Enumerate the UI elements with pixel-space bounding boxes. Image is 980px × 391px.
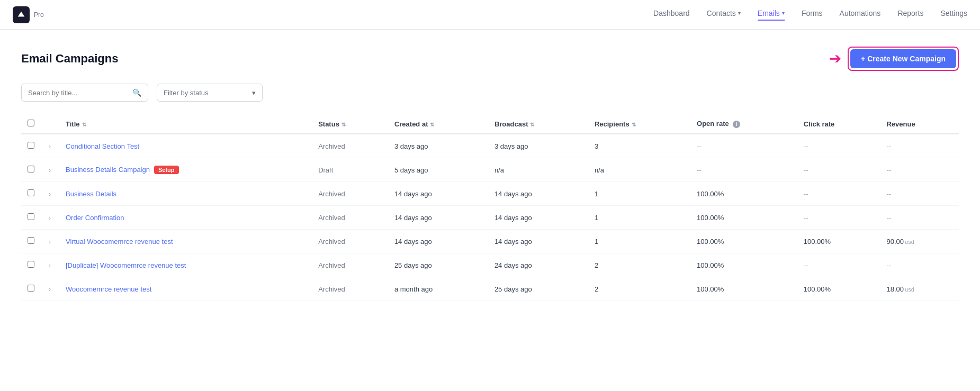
status-filter-label: Filter by status xyxy=(164,89,209,97)
row-expand-cell[interactable]: › xyxy=(42,277,59,301)
header-title: Title⇅ xyxy=(59,114,312,134)
row-broadcast-cell: 14 days ago xyxy=(488,206,588,230)
campaign-link[interactable]: [Duplicate] Woocomemrce revenue test xyxy=(66,261,186,269)
open-rate-info-icon[interactable]: i xyxy=(733,121,740,128)
nav-settings[interactable]: Settings xyxy=(940,9,967,21)
row-click-rate-cell: 100.00% xyxy=(797,230,880,253)
table-row: › Order Confirmation Archived 14 days ag… xyxy=(21,206,959,230)
campaign-link[interactable]: Woocomemrce revenue test xyxy=(66,285,151,293)
header-checkbox-cell xyxy=(21,114,42,134)
logo-icon xyxy=(13,6,30,23)
row-revenue-cell: -- xyxy=(880,182,959,206)
campaign-link[interactable]: Order Confirmation xyxy=(66,214,124,222)
nav-automations[interactable]: Automations xyxy=(840,9,881,21)
row-checkbox[interactable] xyxy=(28,213,34,220)
contacts-chevron-icon: ▾ xyxy=(738,10,741,16)
row-recipients-cell: 2 xyxy=(588,253,690,277)
row-title-cell: Virtual Woocomemrce revenue test xyxy=(59,230,312,253)
row-broadcast-cell: 3 days ago xyxy=(488,134,588,158)
row-expand-cell[interactable]: › xyxy=(42,134,59,158)
row-broadcast-cell: 25 days ago xyxy=(488,277,588,301)
row-open-rate-cell: 100.00% xyxy=(690,253,797,277)
header-created-at: Created at⇅ xyxy=(388,114,488,134)
row-created-at-cell: a month ago xyxy=(388,277,488,301)
expand-icon: › xyxy=(49,143,51,150)
header-recipients: Recipients⇅ xyxy=(588,114,690,134)
campaign-link[interactable]: Business Details xyxy=(66,190,116,198)
nav-contacts[interactable]: Contacts ▾ xyxy=(707,9,741,21)
row-expand-cell[interactable]: › xyxy=(42,230,59,253)
row-checkbox[interactable] xyxy=(28,166,34,172)
row-checkbox-cell xyxy=(21,230,42,253)
row-created-at-cell: 14 days ago xyxy=(388,182,488,206)
row-expand-cell[interactable]: › xyxy=(42,158,59,182)
row-checkbox[interactable] xyxy=(28,189,34,196)
campaign-link[interactable]: Virtual Woocomemrce revenue test xyxy=(66,238,173,245)
row-created-at-cell: 14 days ago xyxy=(388,230,488,253)
row-broadcast-cell: 14 days ago xyxy=(488,230,588,253)
row-created-at-cell: 3 days ago xyxy=(388,134,488,158)
row-title-cell: Order Confirmation xyxy=(59,206,312,230)
table-row: › [Duplicate] Woocomemrce revenue test A… xyxy=(21,253,959,277)
row-checkbox[interactable] xyxy=(28,142,34,149)
row-click-rate-cell: -- xyxy=(797,134,880,158)
row-recipients-cell: 1 xyxy=(588,206,690,230)
header-click-rate: Click rate xyxy=(797,114,880,134)
campaign-link[interactable]: Conditional Section Test xyxy=(66,142,139,150)
row-click-rate-cell: -- xyxy=(797,206,880,230)
create-campaign-button[interactable]: + Create New Campaign xyxy=(850,49,956,68)
header-open-rate: Open rate i xyxy=(690,114,797,134)
row-open-rate-cell: 100.00% xyxy=(690,230,797,253)
nav-emails[interactable]: Emails ▾ xyxy=(758,9,785,21)
row-expand-cell[interactable]: › xyxy=(42,253,59,277)
row-checkbox-cell xyxy=(21,134,42,158)
row-revenue-cell: -- xyxy=(880,158,959,182)
row-click-rate-cell: -- xyxy=(797,253,880,277)
search-box[interactable]: 🔍 xyxy=(21,84,148,102)
row-open-rate-cell: -- xyxy=(690,134,797,158)
nav-links: Dashboard Contacts ▾ Emails ▾ Forms Auto… xyxy=(653,9,967,21)
row-click-rate-cell: -- xyxy=(797,158,880,182)
revenue-value: -- xyxy=(886,261,891,269)
row-broadcast-cell: 14 days ago xyxy=(488,182,588,206)
row-checkbox-cell xyxy=(21,277,42,301)
expand-icon: › xyxy=(49,167,51,174)
row-open-rate-cell: 100.00% xyxy=(690,206,797,230)
row-expand-cell[interactable]: › xyxy=(42,182,59,206)
currency-label: usd xyxy=(905,239,914,245)
header-status: Status⇅ xyxy=(312,114,388,134)
row-checkbox[interactable] xyxy=(28,237,34,244)
row-status-cell: Archived xyxy=(312,277,388,301)
campaign-link[interactable]: Business Details Campaign xyxy=(66,166,150,174)
nav-reports[interactable]: Reports xyxy=(897,9,923,21)
cta-area: ➔ + Create New Campaign xyxy=(829,47,959,71)
page-title: Email Campaigns xyxy=(21,52,118,66)
row-created-at-cell: 14 days ago xyxy=(388,206,488,230)
select-all-checkbox[interactable] xyxy=(28,120,34,126)
row-expand-cell[interactable]: › xyxy=(42,206,59,230)
row-recipients-cell: 3 xyxy=(588,134,690,158)
arrow-pointer-icon: ➔ xyxy=(829,51,841,66)
nav-forms[interactable]: Forms xyxy=(802,9,823,21)
row-checkbox[interactable] xyxy=(28,285,34,292)
row-revenue-cell: 90.00usd xyxy=(880,230,959,253)
main-content: Email Campaigns ➔ + Create New Campaign … xyxy=(0,30,980,318)
table-row: › Woocomemrce revenue test Archived a mo… xyxy=(21,277,959,301)
status-filter-dropdown[interactable]: Filter by status ▾ xyxy=(157,84,263,102)
nav-dashboard[interactable]: Dashboard xyxy=(653,9,690,21)
header-expand-cell xyxy=(42,114,59,134)
row-broadcast-cell: n/a xyxy=(488,158,588,182)
search-icon: 🔍 xyxy=(132,88,141,97)
row-title-cell: Woocomemrce revenue test xyxy=(59,277,312,301)
row-checkbox[interactable] xyxy=(28,261,34,268)
table-row: › Conditional Section Test Archived 3 da… xyxy=(21,134,959,158)
header-broadcast: Broadcast⇅ xyxy=(488,114,588,134)
row-revenue-cell: -- xyxy=(880,206,959,230)
setup-badge[interactable]: Setup xyxy=(154,166,179,174)
search-input[interactable] xyxy=(28,89,128,97)
campaigns-table: Title⇅ Status⇅ Created at⇅ Broadcast⇅ Re… xyxy=(21,114,959,301)
row-recipients-cell: n/a xyxy=(588,158,690,182)
row-recipients-cell: 2 xyxy=(588,277,690,301)
row-title-cell: Business Details CampaignSetup xyxy=(59,158,312,182)
row-title-cell: [Duplicate] Woocomemrce revenue test xyxy=(59,253,312,277)
